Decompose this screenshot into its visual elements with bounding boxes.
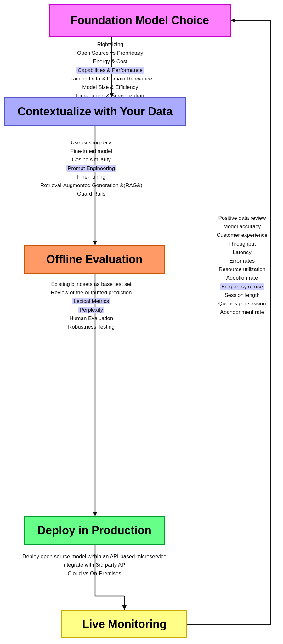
annotation-item: Resource utilization	[207, 265, 277, 274]
annotation-item: Abandonment rate	[207, 308, 277, 316]
annotation-item: Model accuracy	[207, 222, 277, 231]
foundation-box: Foundation Model Choice	[49, 4, 231, 37]
annotation-item: Lexical Metrics	[19, 297, 164, 305]
deploy-annotation: Deploy open source model within an API-b…	[3, 552, 186, 578]
annotation-item: Model Size & Efficiency	[31, 83, 189, 92]
contextualize-box: Contextualize with Your Data	[4, 97, 186, 126]
foundation-annotation: Rightsizing Open Source vs Proprietary E…	[31, 40, 189, 100]
annotation-item: Fine-Tuning	[19, 173, 164, 181]
svg-marker-13	[231, 18, 235, 23]
annotation-item: Deploy open source model within an API-b…	[3, 552, 186, 561]
live-label: Live Monitoring	[82, 617, 167, 631]
annotation-item: Fine-tuned model	[19, 147, 164, 155]
svg-marker-3	[93, 241, 97, 245]
annotation-item: Customer experience	[207, 231, 277, 239]
diagram-container: Foundation Model Choice Rightsizing Open…	[0, 0, 283, 644]
svg-marker-9	[122, 605, 127, 610]
annotation-item: Human Evaluation	[19, 314, 164, 323]
annotation-item: Energy & Cost	[31, 57, 189, 66]
annotation-item: Robustness Testing	[19, 323, 164, 331]
annotation-item: Retrieval-Augmented Generation &(RAG&)	[19, 181, 164, 190]
annotation-item: Positive data review	[207, 214, 277, 222]
offline-annotation: Existing blindsets as base test set Revi…	[19, 280, 164, 331]
annotation-item: Latency	[207, 248, 277, 257]
foundation-label: Foundation Model Choice	[71, 14, 209, 27]
annotation-item: Perplexity	[19, 306, 164, 314]
annotation-item: Training Data & Domain Relevance	[31, 75, 189, 83]
annotation-item: Guard Rails	[19, 190, 164, 198]
annotation-item: Queries per session	[207, 299, 277, 308]
svg-marker-5	[93, 512, 97, 516]
contextualize-label: Contextualize with Your Data	[18, 105, 173, 118]
annotation-item: Session length	[207, 291, 277, 299]
annotation-item: Prompt Engineering	[19, 164, 164, 173]
annotation-item: Throughput	[207, 240, 277, 248]
annotation-item: Integrate with 3rd party API	[3, 561, 186, 569]
deploy-label: Deploy in Production	[37, 524, 151, 537]
annotation-item: Review of the outputted prediction	[19, 288, 164, 297]
annotation-item: Existing blindsets as base test set	[19, 280, 164, 288]
right-metrics-annotation: Positive data review Model accuracy Cust…	[207, 214, 277, 316]
annotation-item: Cloud vs On-Premises	[3, 569, 186, 578]
deploy-box: Deploy in Production	[24, 516, 165, 545]
annotation-item: Adoption rate	[207, 274, 277, 282]
offline-box: Offline Evaluation	[24, 245, 165, 274]
annotation-item: Capabilities & Performance	[31, 66, 189, 75]
annotation-item: Open Source vs Proprietary	[31, 49, 189, 57]
live-monitoring-box: Live Monitoring	[61, 610, 187, 638]
annotation-item: Error rates	[207, 257, 277, 265]
annotation-item: Frequency of use	[207, 282, 277, 291]
contextualize-annotation: Use existing data Fine-tuned model Cosin…	[19, 138, 164, 198]
offline-label: Offline Evaluation	[46, 253, 143, 266]
annotation-item: Cosine similarity	[19, 155, 164, 164]
annotation-item: Use existing data	[19, 138, 164, 147]
annotation-item: Rightsizing	[31, 40, 189, 49]
